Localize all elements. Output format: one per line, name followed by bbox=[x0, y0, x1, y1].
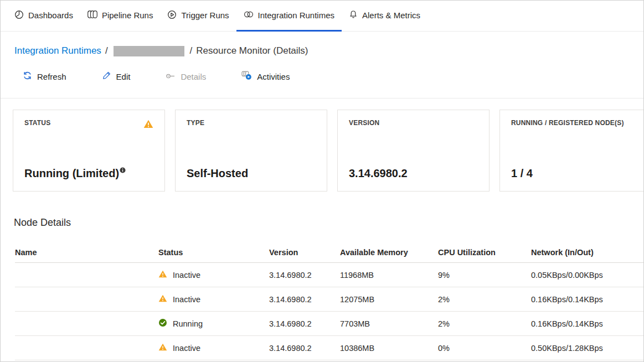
network-cell: 0.50KBps/1.28KBps bbox=[531, 344, 643, 353]
status-badge: Running bbox=[158, 318, 269, 329]
tab-label: Pipeline Runs bbox=[102, 11, 153, 20]
col-network: Network (In/Out) bbox=[531, 248, 643, 257]
refresh-icon bbox=[23, 71, 32, 82]
table-row: Running 3.14.6980.2 7703MB 2% 0.16KBps/0… bbox=[15, 312, 643, 336]
status-text: Inactive bbox=[173, 271, 200, 280]
version-cell: 3.14.6980.2 bbox=[269, 344, 340, 353]
type-card: TYPE Self-Hosted bbox=[175, 110, 327, 192]
warning-icon bbox=[143, 119, 153, 131]
table-row: Inactive 3.14.6980.2 10386MB 0% 0.50KBps… bbox=[15, 336, 643, 360]
key-icon bbox=[166, 72, 176, 81]
resource-monitor-page: Dashboards Pipeline Runs Trigger Runs In… bbox=[0, 0, 644, 362]
details-button[interactable]: Details bbox=[166, 72, 206, 81]
details-label: Details bbox=[181, 72, 206, 81]
node-table: Name Status Version Available Memory CPU… bbox=[15, 242, 643, 360]
info-icon[interactable] bbox=[120, 163, 126, 175]
card-label: VERSION bbox=[349, 119, 379, 127]
col-name: Name bbox=[15, 248, 158, 257]
tab-alerts-metrics[interactable]: Alerts & Metrics bbox=[342, 1, 427, 32]
refresh-label: Refresh bbox=[37, 72, 66, 81]
table-row: Inactive 3.14.6980.2 12075MB 2% 0.16KBps… bbox=[15, 287, 643, 312]
col-status: Status bbox=[158, 248, 269, 257]
breadcrumb-link-integration-runtimes[interactable]: Integration Runtimes bbox=[14, 45, 101, 56]
status-badge: Inactive bbox=[158, 343, 269, 353]
memory-cell: 7703MB bbox=[340, 319, 438, 328]
cpu-cell: 9% bbox=[438, 271, 531, 280]
network-cell: 0.16KBps/0.14KBps bbox=[531, 295, 643, 304]
gauge-icon bbox=[14, 10, 24, 21]
card-label: RUNNING / REGISTERED NODE(S) bbox=[511, 119, 624, 127]
table-row: Inactive 3.14.6980.2 11968MB 9% 0.05KBps… bbox=[15, 263, 643, 287]
col-version: Version bbox=[269, 248, 340, 257]
tab-dashboards[interactable]: Dashboards bbox=[14, 1, 80, 32]
tab-label: Alerts & Metrics bbox=[362, 11, 420, 20]
warning-icon bbox=[158, 343, 167, 353]
activities-icon bbox=[241, 71, 252, 82]
edit-button[interactable]: Edit bbox=[102, 71, 131, 82]
toolbar: Refresh Edit Details Activities bbox=[23, 70, 643, 82]
pipeline-icon bbox=[87, 11, 97, 20]
version-cell: 3.14.6980.2 bbox=[269, 271, 340, 280]
breadcrumb-redacted-name bbox=[114, 46, 184, 56]
version-cell: 3.14.6980.2 bbox=[269, 295, 340, 304]
breadcrumb-separator: / bbox=[105, 45, 108, 56]
summary-cards: STATUS Running (Limited) TYPE Self-Hoste… bbox=[13, 110, 643, 192]
col-cpu-utilization: CPU Utilization bbox=[438, 248, 531, 257]
play-circle-icon bbox=[167, 10, 177, 21]
network-cell: 0.16KBps/0.14KBps bbox=[531, 319, 643, 328]
memory-cell: 11968MB bbox=[340, 271, 438, 280]
tab-pipeline-runs[interactable]: Pipeline Runs bbox=[80, 1, 161, 32]
type-value: Self-Hosted bbox=[187, 167, 316, 180]
col-available-memory: Available Memory bbox=[340, 248, 438, 257]
breadcrumb: Integration Runtimes / / Resource Monito… bbox=[1, 32, 643, 57]
status-text: Inactive bbox=[173, 295, 200, 304]
card-label: STATUS bbox=[24, 119, 50, 127]
nodes-card: RUNNING / REGISTERED NODE(S) 1 / 4 bbox=[499, 110, 644, 192]
status-badge: Inactive bbox=[158, 294, 269, 304]
cpu-cell: 0% bbox=[438, 344, 531, 353]
network-cell: 0.05KBps/0.00KBps bbox=[531, 271, 643, 280]
table-header: Name Status Version Available Memory CPU… bbox=[15, 242, 643, 263]
bell-icon bbox=[349, 10, 358, 20]
status-text: Running bbox=[173, 319, 203, 328]
top-tab-bar: Dashboards Pipeline Runs Trigger Runs In… bbox=[1, 1, 643, 32]
tab-integration-runtimes[interactable]: Integration Runtimes bbox=[236, 1, 342, 32]
tab-label: Trigger Runs bbox=[181, 11, 229, 20]
warning-icon bbox=[158, 270, 167, 280]
memory-cell: 10386MB bbox=[340, 344, 438, 353]
card-label: TYPE bbox=[187, 119, 204, 127]
status-badge: Inactive bbox=[158, 270, 269, 280]
edit-label: Edit bbox=[116, 72, 131, 81]
refresh-button[interactable]: Refresh bbox=[23, 71, 66, 82]
cpu-cell: 2% bbox=[438, 295, 531, 304]
status-card: STATUS Running (Limited) bbox=[13, 110, 165, 192]
success-check-icon bbox=[158, 318, 167, 329]
tab-label: Integration Runtimes bbox=[258, 11, 334, 20]
cpu-cell: 2% bbox=[438, 319, 531, 328]
divider bbox=[1, 98, 643, 99]
breadcrumb-separator: / bbox=[190, 45, 193, 56]
integration-runtime-icon bbox=[244, 11, 254, 20]
breadcrumb-current: Resource Monitor (Details) bbox=[196, 45, 308, 56]
activities-label: Activities bbox=[257, 72, 290, 81]
warning-icon bbox=[158, 294, 167, 304]
tab-label: Dashboards bbox=[28, 11, 73, 20]
status-value: Running (Limited) bbox=[24, 167, 153, 180]
version-cell: 3.14.6980.2 bbox=[269, 319, 340, 328]
version-card: VERSION 3.14.6980.2 bbox=[337, 110, 490, 192]
node-details-title: Node Details bbox=[14, 217, 643, 229]
activities-button[interactable]: Activities bbox=[241, 71, 290, 82]
memory-cell: 12075MB bbox=[340, 295, 438, 304]
status-text: Inactive bbox=[173, 344, 200, 353]
nodes-value: 1 / 4 bbox=[511, 167, 640, 180]
pencil-icon bbox=[102, 71, 111, 82]
version-value: 3.14.6980.2 bbox=[349, 167, 478, 180]
tab-trigger-runs[interactable]: Trigger Runs bbox=[160, 1, 236, 32]
